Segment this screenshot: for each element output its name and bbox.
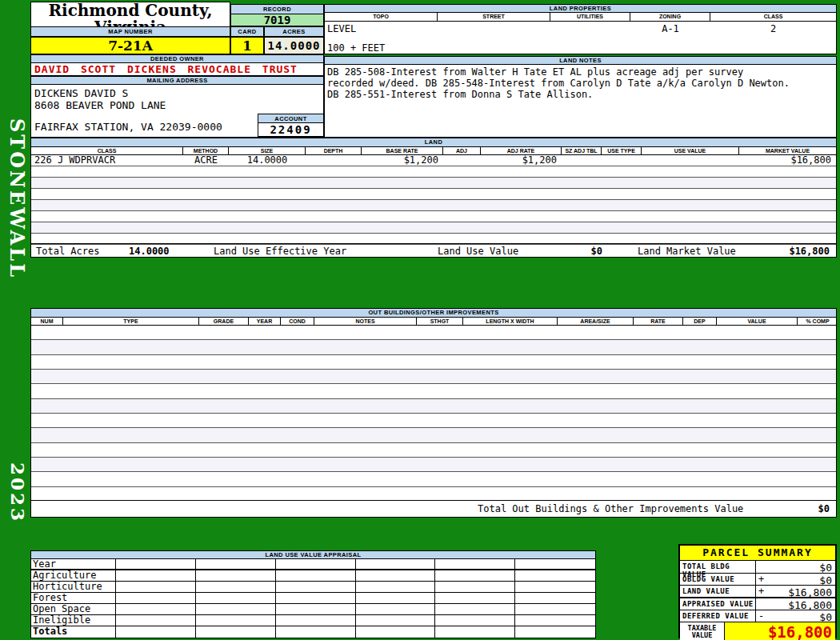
land-properties-box: TOPO STREET UTILITIES ZONING CLASS LEVEL… — [324, 13, 837, 54]
ob-col-sthgt: STHGT — [417, 318, 463, 325]
ob-col-length-width: LENGTH X WIDTH — [463, 318, 558, 325]
land-col-market-value: MARKET VALUE — [739, 147, 836, 154]
appraisal-cell — [515, 604, 595, 614]
appraisal-cell — [435, 570, 515, 581]
land-empty-rows — [31, 166, 836, 245]
parcel-summary-title: PARCEL SUMMARY — [680, 546, 835, 561]
address-line2: 8608 BEAVER POND LANE — [34, 99, 166, 111]
land-market-value-value: $16,800 — [739, 155, 836, 166]
appraisal-cell — [515, 626, 595, 638]
county-title-box: Richmond County, Virginia Commissioner o… — [30, 2, 230, 26]
taxable-value: $16,800 — [725, 622, 835, 640]
account-value: 22409 — [258, 123, 324, 137]
ps-value: $0 — [769, 610, 835, 622]
col-header-zoning: ZONING — [630, 13, 710, 21]
owner-block: DEEDED OWNER DAVID SCOTT DICKENS REVOCAB… — [30, 54, 324, 138]
land-empty-row — [31, 166, 836, 178]
ob-col-dep: DEP — [683, 318, 717, 325]
appraisal-label: Totals — [31, 626, 116, 638]
ps-value: $16,800 — [769, 598, 835, 610]
appraisal-cell — [116, 626, 196, 638]
ps-row-taxable: TAXABLE VALUE $16,800 — [680, 622, 835, 640]
land-col-use-value: USE VALUE — [642, 147, 739, 154]
land-notes-block: LAND NOTES DB 285-508-Interest from Walt… — [324, 56, 837, 138]
appraisal-cell — [276, 559, 356, 569]
ps-label: TOTAL BLDG VALUE — [680, 561, 756, 573]
card-value: 1 — [230, 37, 264, 54]
ob-col-num: NUM — [31, 318, 63, 325]
parcel-summary-block: PARCEL SUMMARY TOTAL BLDG VALUE $0 OBLDG… — [678, 544, 837, 638]
out-buildings-total-row: Total Out Buildings & Other Improvements… — [31, 500, 836, 517]
ob-col-area-size: AREA/SIZE — [558, 318, 634, 325]
ps-op — [756, 598, 769, 610]
header-block: Richmond County, Virginia Commissioner o… — [30, 2, 324, 54]
appraisal-cell — [116, 559, 196, 569]
class-value: 2 — [710, 23, 836, 34]
appraisal-cell — [435, 615, 515, 626]
out-buildings-title: OUT BUILDINGS/OTHER IMPROVEMENTS — [31, 309, 836, 318]
ps-row-total-bldg: TOTAL BLDG VALUE $0 — [680, 561, 835, 573]
land-size-value: 14.0000 — [229, 155, 306, 166]
col-header-topo: TOPO — [325, 13, 438, 21]
land-method-value: ACRE — [183, 155, 229, 166]
appraisal-row-horticulture: Horticulture — [31, 582, 595, 593]
appraisal-cell — [356, 626, 436, 638]
land-adj-rate-value: $1,200 — [481, 155, 562, 166]
land-base-rate-value: $1,200 — [362, 155, 443, 166]
col-header-utilities: UTILITIES — [550, 13, 630, 21]
land-col-adj: ADJ — [443, 147, 481, 154]
ps-row-obldg: OBLDG VALUE + $0 — [680, 573, 835, 585]
land-col-adj-rate: ADJ RATE — [481, 147, 562, 154]
land-col-class: CLASS — [31, 147, 183, 154]
ob-empty-row — [31, 326, 836, 340]
land-empty-row — [31, 189, 836, 200]
ob-col-type: TYPE — [63, 318, 199, 325]
appraisal-cell — [356, 604, 436, 614]
appraisal-cell — [356, 582, 436, 592]
out-buildings-empty-rows — [31, 326, 836, 501]
out-buildings-total-label: Total Out Buildings & Other Improvements… — [478, 503, 743, 514]
land-sz-adj-tbl-value — [562, 155, 602, 166]
land-properties-title: LAND PROPERTIES — [324, 4, 837, 13]
appraisal-cell — [116, 593, 196, 603]
appraisal-cell — [276, 593, 356, 603]
appraisal-cell — [196, 604, 276, 614]
ob-empty-row — [31, 472, 836, 486]
appraisal-cell — [515, 593, 595, 603]
land-use-value-label: Land Use Value — [438, 246, 518, 257]
ob-empty-row — [31, 443, 836, 458]
appraisal-cell — [515, 615, 595, 626]
land-use-appraisal-table: Year Agriculture Horticulture Forest Ope… — [30, 559, 596, 638]
appraisal-cell — [116, 582, 196, 592]
ps-row-deferred: DEFERRED VALUE - $0 — [680, 610, 835, 622]
ob-empty-row — [31, 340, 836, 354]
land-empty-row — [31, 222, 836, 234]
ob-col-pct-comp: % COMP — [798, 318, 838, 325]
appraisal-cell — [116, 604, 196, 614]
appraisal-label: Year — [31, 559, 116, 569]
land-properties-block: LAND PROPERTIES TOPO STREET UTILITIES ZO… — [324, 4, 837, 54]
ps-label: DEFERRED VALUE — [680, 610, 756, 622]
appraisal-cell — [435, 626, 515, 638]
ob-col-grade: GRADE — [199, 318, 249, 325]
land-use-value-total: $0 — [559, 246, 607, 257]
land-properties-header-row: TOPO STREET UTILITIES ZONING CLASS — [325, 13, 836, 22]
land-title: LAND — [31, 138, 836, 147]
ps-value: $16,800 — [769, 586, 835, 597]
ob-col-year: YEAR — [249, 318, 281, 325]
land-notes-box: DB 285-508-Interest from Walter H Tate E… — [324, 65, 837, 138]
deeded-owner-header: DEEDED OWNER — [30, 54, 324, 63]
appraisal-label: Agriculture — [31, 570, 116, 581]
land-use-appraisal-title: LAND USE VALUE APPRAISAL — [30, 550, 596, 559]
appraisal-cell — [196, 559, 276, 569]
land-market-value-total: $16,800 — [770, 246, 834, 257]
land-totals-row: Total Acres 14.0000 Land Use Effective Y… — [31, 243, 836, 257]
ps-label: LAND VALUE — [680, 586, 756, 597]
ob-empty-row — [31, 414, 836, 428]
appraisal-cell — [276, 604, 356, 614]
appraisal-cell — [196, 570, 276, 581]
col-header-class: CLASS — [710, 13, 836, 21]
appraisal-row-totals: Totals — [31, 626, 595, 638]
out-buildings-total-value: $0 — [786, 503, 834, 514]
appraisal-label: Horticulture — [31, 582, 116, 592]
